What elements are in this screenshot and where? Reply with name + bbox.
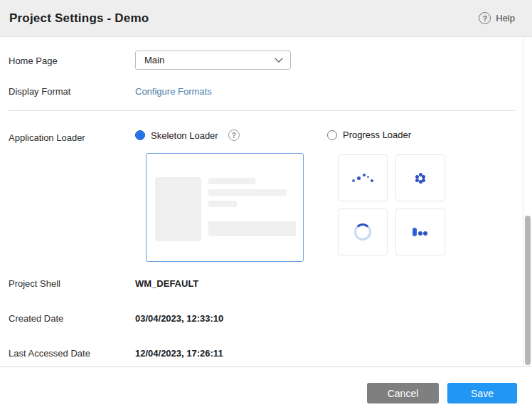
last-accessed-date-value: 12/04/2023, 17:26:11	[135, 348, 223, 359]
skeleton-loader-preview[interactable]	[146, 153, 304, 262]
radio-unselected-icon	[327, 130, 337, 140]
home-page-selected-value: Main	[144, 55, 164, 65]
question-circle-icon[interactable]: ?	[228, 130, 240, 141]
progress-loader-option-3[interactable]	[338, 208, 388, 255]
vertical-scrollbar[interactable]	[523, 37, 532, 366]
project-shell-value: WM_DEFAULT	[135, 278, 198, 289]
progress-loader-option-2[interactable]	[395, 154, 445, 201]
project-shell-label: Project Shell	[9, 278, 60, 289]
bouncing-dots-spinner-icon	[413, 228, 428, 236]
home-page-label: Home Page	[9, 56, 58, 66]
skeleton-text-bar	[208, 201, 237, 207]
home-page-select[interactable]: Main	[135, 51, 291, 70]
scrollbar-thumb[interactable]	[525, 216, 531, 365]
dots-arc-spinner-icon	[352, 172, 373, 184]
dialog-footer: Cancel Save	[0, 366, 532, 417]
last-accessed-date-label: Last Accessed Date	[9, 348, 90, 359]
created-date-label: Created Date	[9, 313, 63, 324]
created-date-value: 03/04/2023, 12:33:10	[135, 313, 223, 324]
cancel-button[interactable]: Cancel	[367, 383, 439, 403]
ring-spinner-icon	[354, 223, 371, 241]
skeleton-loader-radio[interactable]: Skeleton Loader ?	[135, 130, 240, 141]
skeleton-loader-radio-label: Skeleton Loader	[151, 130, 218, 141]
progress-loader-option-1[interactable]	[338, 154, 388, 201]
flower-spinner-icon	[415, 173, 425, 183]
help-icon: ?	[479, 12, 491, 24]
radio-selected-icon	[135, 130, 145, 140]
display-format-label: Display Format	[9, 86, 70, 97]
help-button[interactable]: ? Help	[479, 12, 515, 24]
save-button[interactable]: Save	[447, 383, 517, 403]
skeleton-block-placeholder	[208, 221, 296, 236]
help-label: Help	[496, 13, 515, 23]
application-loader-label: Application Loader	[9, 132, 85, 143]
configure-formats-link[interactable]: Configure Formats	[135, 86, 212, 97]
progress-loader-option-4[interactable]	[395, 208, 445, 255]
skeleton-image-placeholder	[155, 177, 201, 241]
skeleton-text-bar	[208, 178, 255, 184]
dialog-header: Project Settings - Demo ? Help	[0, 0, 532, 37]
section-divider	[9, 110, 515, 111]
page-title: Project Settings - Demo	[9, 11, 149, 26]
progress-loader-radio-label: Progress Loader	[343, 130, 411, 140]
chevron-down-icon	[275, 54, 282, 62]
project-settings-dialog: Project Settings - Demo ? Help Home Page…	[0, 0, 532, 417]
skeleton-text-bar	[208, 189, 287, 196]
progress-loader-radio[interactable]: Progress Loader	[327, 130, 411, 140]
